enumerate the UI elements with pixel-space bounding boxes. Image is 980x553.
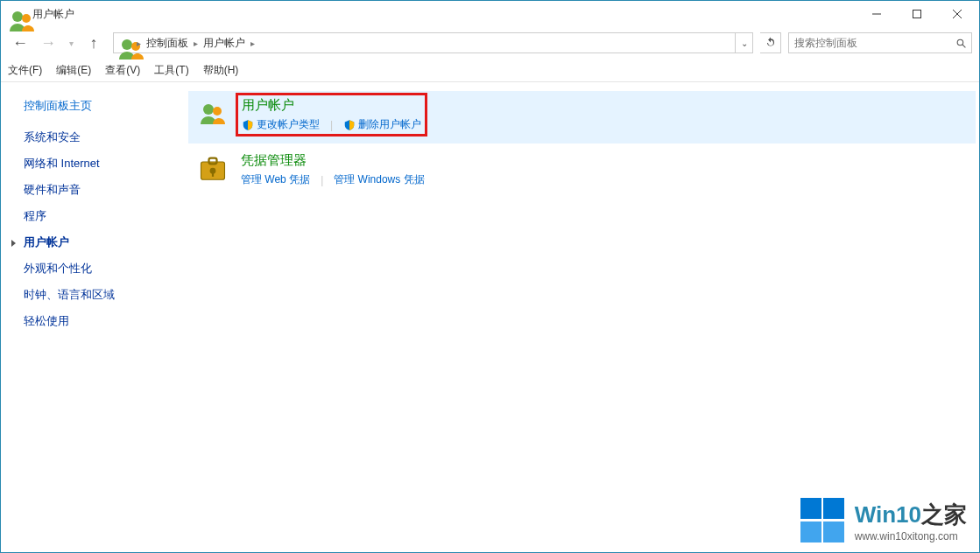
breadcrumb-icon	[117, 35, 133, 51]
sidebar-item-clock-language-region[interactable]: 时钟、语言和区域	[24, 287, 178, 303]
search-icon	[950, 38, 971, 49]
link-manage-web-credentials[interactable]: 管理 Web 凭据	[241, 172, 310, 187]
svg-point-1	[22, 14, 31, 23]
link-label: 管理 Web 凭据	[241, 172, 310, 187]
app-icon	[8, 7, 25, 21]
sidebar-item-network-internet[interactable]: 网络和 Internet	[24, 156, 178, 172]
link-manage-windows-credentials[interactable]: 管理 Windows 凭据	[334, 172, 424, 187]
maximize-button[interactable]	[897, 1, 937, 27]
shield-icon	[242, 119, 254, 131]
svg-rect-3	[913, 10, 921, 18]
sidebar-item-ease-of-access[interactable]: 轻松使用	[24, 313, 178, 329]
sidebar: 控制面板主页 系统和安全 网络和 Internet 硬件和声音 程序 用户帐户 …	[1, 82, 185, 553]
close-button[interactable]	[937, 1, 977, 27]
address-dropdown[interactable]: ⌄	[735, 33, 752, 52]
credential-manager-icon	[195, 152, 230, 187]
menu-view[interactable]: 查看(V)	[105, 63, 140, 78]
forward-button[interactable]: →	[36, 31, 60, 55]
link-label: 更改帐户类型	[257, 117, 320, 132]
link-label: 删除用户帐户	[358, 117, 421, 132]
svg-point-8	[957, 39, 963, 46]
watermark-brand: Win10之家	[855, 500, 967, 530]
category-credential-manager: 凭据管理器 管理 Web 凭据 | 管理 Windows 凭据	[188, 147, 976, 192]
user-accounts-icon	[195, 96, 230, 131]
title-bar: 用户帐户	[1, 1, 979, 27]
sidebar-item-appearance[interactable]: 外观和个性化	[24, 261, 178, 276]
address-bar[interactable]: ▸ 控制面板 ▸ 用户帐户 ▸ ⌄	[113, 32, 753, 53]
link-label: 管理 Windows 凭据	[334, 172, 424, 187]
menu-file[interactable]: 文件(F)	[8, 63, 42, 78]
chevron-right-icon: ▸	[250, 38, 255, 48]
category-title-user-accounts[interactable]: 用户帐户	[242, 97, 421, 114]
body: 控制面板主页 系统和安全 网络和 Internet 硬件和声音 程序 用户帐户 …	[1, 82, 979, 553]
breadcrumb-user-accounts[interactable]: 用户帐户	[201, 36, 247, 51]
minimize-button[interactable]	[857, 1, 897, 27]
svg-rect-13	[209, 158, 217, 164]
sidebar-item-hardware-sound[interactable]: 硬件和声音	[24, 182, 178, 198]
refresh-button[interactable]	[760, 32, 781, 53]
menu-edit[interactable]: 编辑(E)	[56, 63, 91, 78]
chevron-right-icon: ▸	[137, 38, 141, 48]
menu-help[interactable]: 帮助(H)	[203, 63, 239, 78]
svg-point-6	[122, 39, 132, 50]
link-change-account-type[interactable]: 更改帐户类型	[242, 117, 320, 132]
recent-dropdown[interactable]: ▾	[64, 31, 78, 55]
nav-row: ← → ▾ ↑ ▸ 控制面板 ▸ 用户帐户 ▸ ⌄	[1, 27, 979, 59]
watermark: Win10之家 www.win10xitong.com	[800, 498, 967, 543]
shield-icon	[343, 119, 356, 131]
menu-bar: 文件(F) 编辑(E) 查看(V) 工具(T) 帮助(H)	[1, 59, 979, 81]
window-title: 用户帐户	[32, 7, 857, 22]
svg-point-0	[12, 11, 23, 22]
refresh-icon	[765, 37, 777, 49]
window-controls	[857, 1, 977, 27]
menu-tools[interactable]: 工具(T)	[154, 63, 188, 78]
svg-line-9	[962, 45, 965, 47]
svg-point-11	[213, 107, 222, 116]
back-button[interactable]: ←	[8, 31, 32, 55]
link-remove-user-account[interactable]: 删除用户帐户	[343, 117, 421, 132]
sidebar-item-user-accounts[interactable]: 用户帐户	[24, 234, 178, 250]
category-title-credential-manager[interactable]: 凭据管理器	[241, 152, 425, 169]
watermark-url: www.win10xitong.com	[855, 530, 967, 542]
link-separator: |	[321, 174, 323, 186]
up-button[interactable]: ↑	[81, 31, 106, 55]
link-separator: |	[330, 119, 333, 131]
chevron-right-icon: ▸	[194, 38, 198, 48]
svg-rect-15	[212, 172, 214, 177]
category-user-accounts: 用户帐户 更改帐户类型 | 删除用户帐户	[188, 91, 976, 144]
search-box[interactable]	[788, 32, 972, 53]
highlight-box: 用户帐户 更改帐户类型 | 删除用户帐户	[236, 93, 427, 136]
sidebar-header[interactable]: 控制面板主页	[24, 98, 178, 114]
breadcrumb-control-panel[interactable]: 控制面板	[145, 36, 190, 51]
search-input[interactable]	[789, 37, 950, 49]
watermark-logo-icon	[800, 498, 846, 543]
svg-point-10	[203, 104, 214, 115]
sidebar-item-programs[interactable]: 程序	[24, 208, 178, 224]
main-content: 用户帐户 更改帐户类型 | 删除用户帐户	[185, 82, 979, 553]
sidebar-item-system-security[interactable]: 系统和安全	[24, 130, 178, 145]
